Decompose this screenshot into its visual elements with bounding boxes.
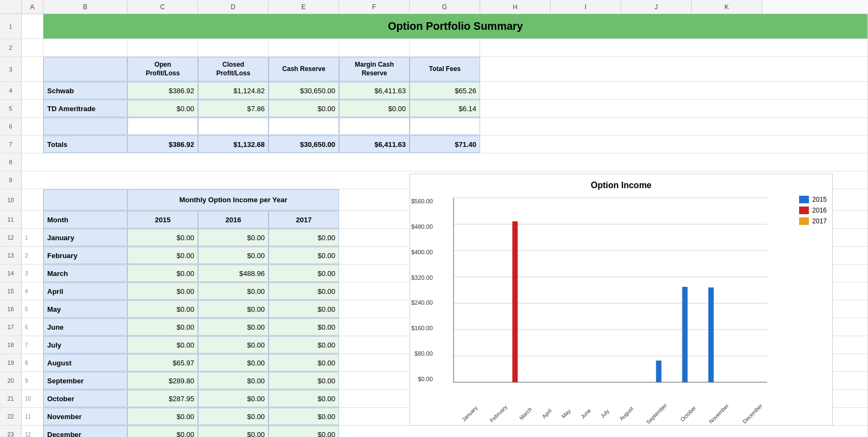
row-num-22: 22 [0, 408, 22, 425]
july-label-text: July [47, 341, 61, 349]
oct-2015-val: $287.95 [169, 395, 194, 403]
cell-3h [480, 57, 868, 81]
row-num-21: 21 [0, 390, 22, 407]
jun-2015: $0.00 [127, 318, 198, 336]
cell-8 [22, 153, 868, 171]
cell-21a: 10 [22, 390, 43, 407]
x-label-jan: January [461, 404, 478, 422]
header-margin-cash: Margin CashReserve [339, 57, 410, 81]
tda-fees-value: $6.14 [458, 105, 476, 113]
cell-2a [22, 39, 43, 56]
row-5: 5 TD Ameritrade $0.00 $7.86 $0.00 $0.00 … [0, 100, 868, 118]
y-label-0: $0.00 [418, 376, 433, 382]
dec-2016-val: $0.00 [247, 430, 265, 438]
row-sub-5: 5 [25, 306, 28, 312]
row-num-14: 14 [0, 265, 22, 282]
oct-2016-val: $0.00 [247, 395, 265, 403]
sep-2015-val: $289.80 [169, 377, 194, 385]
x-label-feb: February [489, 404, 508, 423]
y-label-240: $240.00 [411, 299, 433, 306]
header-label [43, 57, 127, 81]
cell-2c [127, 39, 198, 56]
row-sub-9: 9 [25, 378, 28, 384]
bar-march-2016 [512, 221, 518, 382]
cell-5a [22, 100, 43, 117]
cell-2g [410, 39, 480, 56]
oct-2017-val: $0.00 [317, 395, 335, 403]
tda-label: TD Ameritrade [43, 100, 127, 117]
sep-2017: $0.00 [269, 372, 339, 389]
schwab-closed-value: $1,124.82 [233, 87, 265, 95]
nov-2015: $0.00 [127, 408, 198, 425]
row-7: 7 Totals $386.92 $1,132.68 $30,650.00 $6… [0, 136, 868, 153]
cell-6e [269, 118, 339, 135]
y-label-160: $160.00 [411, 325, 433, 331]
april-label-text: April [47, 287, 63, 295]
row-num-13: 13 [0, 247, 22, 264]
dec-2015: $0.00 [127, 426, 198, 437]
row-num-1: 1 [0, 14, 22, 38]
row-23: 23 12 December $0.00 $0.00 $0.00 [0, 426, 868, 437]
aug-2017: $0.00 [269, 354, 339, 371]
legend-label-2017: 2017 [812, 217, 827, 225]
apr-2016: $0.00 [198, 282, 269, 300]
x-label-jun: June [579, 407, 592, 420]
cell-10a [22, 189, 43, 210]
x-label-aug: August [618, 406, 635, 422]
row-sub-10: 10 [25, 396, 31, 402]
y-label-80: $80.00 [414, 350, 433, 357]
schwab-open: $386.92 [127, 82, 198, 99]
totals-fees-value: $71.40 [455, 140, 476, 149]
row-num-20: 20 [0, 372, 22, 389]
header-total-fees: Total Fees [410, 57, 480, 81]
schwab-label-text: Schwab [47, 87, 74, 95]
row-num-7: 7 [0, 136, 22, 153]
nov-2015-val: $0.00 [176, 413, 194, 421]
tda-cash-value: $0.00 [317, 105, 335, 113]
sep-2016-val: $0.00 [247, 377, 265, 385]
jan-2017: $0.00 [269, 229, 339, 246]
schwab-fees-value: $65.26 [455, 87, 476, 95]
may-2017-val: $0.00 [317, 305, 335, 313]
cell-6g [410, 118, 480, 135]
aug-2015: $65.97 [127, 354, 198, 371]
may-2015-val: $0.00 [176, 305, 194, 313]
col-a-header: A [22, 0, 43, 14]
schwab-margin-value: $6,411.63 [374, 87, 406, 95]
totals-margin: $6,411.63 [339, 136, 410, 153]
cell-13a: 2 [22, 247, 43, 264]
row-4: 4 Schwab $386.92 $1,124.82 $30,650.00 $6… [0, 82, 868, 100]
totals-label-text: Totals [47, 140, 67, 149]
chart-title: Option Income [410, 174, 832, 192]
row-sub-12: 12 [25, 432, 31, 438]
y2016-header: 2016 [198, 211, 269, 228]
cell-6c [127, 118, 198, 135]
y-axis-labels: $0.00 $80.00 $160.00 $240.00 $320.00 $40… [411, 198, 436, 382]
row-3: 3 OpenProfit/Loss ClosedProfit/Loss Cash… [0, 57, 868, 82]
schwab-cash: $30,650.00 [269, 82, 339, 99]
mar-2017: $0.00 [269, 265, 339, 282]
row-num-12: 12 [0, 229, 22, 246]
mar-2017-val: $0.00 [317, 269, 335, 278]
jul-2017: $0.00 [269, 336, 339, 354]
dec-2015-val: $0.00 [176, 430, 194, 438]
nov-2017: $0.00 [269, 408, 339, 425]
cell-20a: 9 [22, 372, 43, 389]
chart-svg [454, 198, 767, 382]
october-label: October [43, 390, 127, 407]
row-num-5: 5 [0, 100, 22, 117]
aug-2015-val: $65.97 [173, 359, 194, 367]
tda-fees: $6.14 [410, 100, 480, 117]
x-label-oct: October [679, 404, 697, 422]
legend-2017: 2017 [799, 217, 827, 225]
cell-2b [43, 39, 127, 56]
tda-margin-value: $0.00 [388, 105, 406, 113]
cell-17a: 6 [22, 318, 43, 336]
totals-cash-value: $30,650.00 [300, 140, 335, 149]
schwab-margin: $6,411.63 [339, 82, 410, 99]
aug-2016-val: $0.00 [247, 359, 265, 367]
january-label: January [43, 229, 127, 246]
row-sub-2: 2 [25, 253, 28, 259]
row-num-9: 9 [0, 171, 22, 189]
month-header-text: Month [47, 216, 68, 224]
